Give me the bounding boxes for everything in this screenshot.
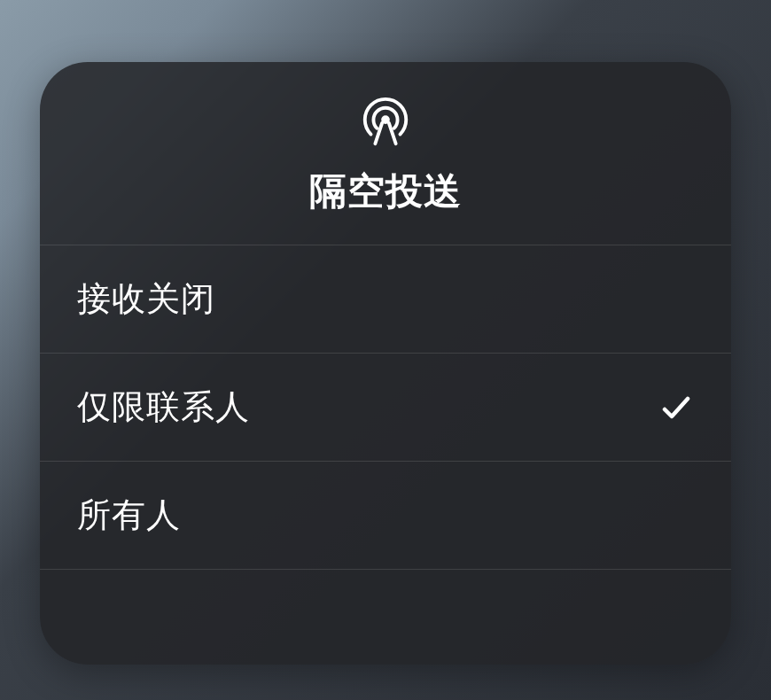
airdrop-icon <box>358 94 413 149</box>
option-contacts-only[interactable]: 仅限联系人 <box>40 354 731 462</box>
option-label: 所有人 <box>77 493 181 538</box>
option-label: 仅限联系人 <box>77 385 250 430</box>
checkmark-icon <box>658 390 694 425</box>
option-label: 接收关闭 <box>77 276 215 322</box>
panel-title: 隔空投送 <box>309 167 462 216</box>
option-everyone[interactable]: 所有人 <box>40 462 731 570</box>
options-list: 接收关闭 仅限联系人 所有人 <box>40 245 731 665</box>
option-receiving-off[interactable]: 接收关闭 <box>40 245 731 354</box>
panel-header: 隔空投送 <box>40 62 731 245</box>
airdrop-settings-panel: 隔空投送 接收关闭 仅限联系人 所有人 <box>40 62 731 665</box>
